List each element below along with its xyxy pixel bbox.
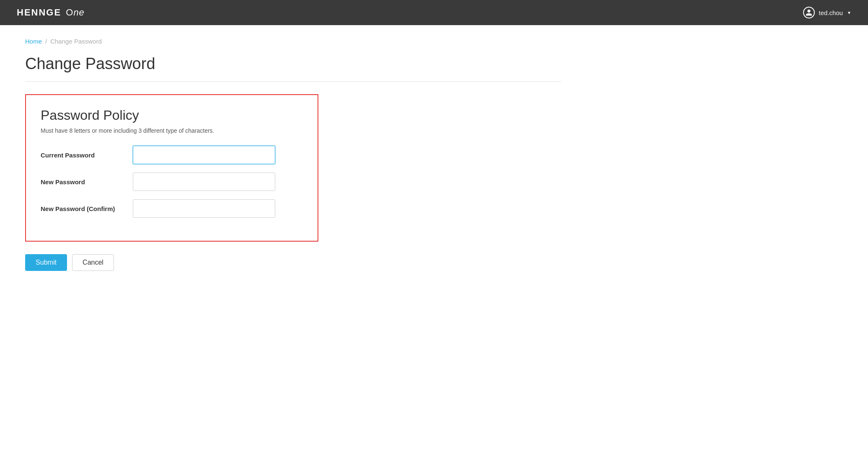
page-divider [25, 81, 561, 82]
cancel-button[interactable]: Cancel [72, 254, 114, 271]
user-menu[interactable]: ted.chou ▼ [803, 7, 851, 18]
user-name-label: ted.chou [819, 9, 843, 16]
brand-one-text: O [66, 7, 73, 18]
new-password-label: New Password [41, 178, 133, 185]
new-password-confirm-input[interactable] [133, 199, 275, 218]
action-buttons: Submit Cancel [25, 254, 561, 271]
breadcrumb-home-link[interactable]: Home [25, 38, 42, 45]
user-avatar-icon [803, 7, 815, 18]
user-dropdown-arrow: ▼ [847, 10, 851, 15]
main-content: Home / Change Password Change Password P… [0, 25, 586, 283]
new-password-input[interactable] [133, 173, 275, 191]
new-password-confirm-row: New Password (Confirm) [41, 199, 303, 218]
submit-button[interactable]: Submit [25, 254, 67, 271]
brand-one: One [66, 7, 85, 18]
navbar: HENNGE One ted.chou ▼ [0, 0, 868, 25]
password-policy-box: Password Policy Must have 8 letters or m… [25, 94, 318, 242]
policy-description: Must have 8 letters or more including 3 … [41, 127, 303, 134]
brand-logo: HENNGE One [17, 7, 85, 18]
brand-hennge: HENNGE [17, 7, 61, 18]
breadcrumb: Home / Change Password [25, 38, 561, 45]
person-icon [805, 9, 813, 16]
new-password-confirm-label: New Password (Confirm) [41, 205, 133, 212]
breadcrumb-separator: / [45, 38, 47, 45]
current-password-row: Current Password [41, 146, 303, 164]
brand-ne-italic: ne [73, 7, 84, 18]
policy-title: Password Policy [41, 108, 303, 123]
page-title: Change Password [25, 55, 561, 73]
breadcrumb-current: Change Password [50, 38, 102, 45]
current-password-input[interactable] [133, 146, 275, 164]
new-password-row: New Password [41, 173, 303, 191]
current-password-label: Current Password [41, 152, 133, 159]
